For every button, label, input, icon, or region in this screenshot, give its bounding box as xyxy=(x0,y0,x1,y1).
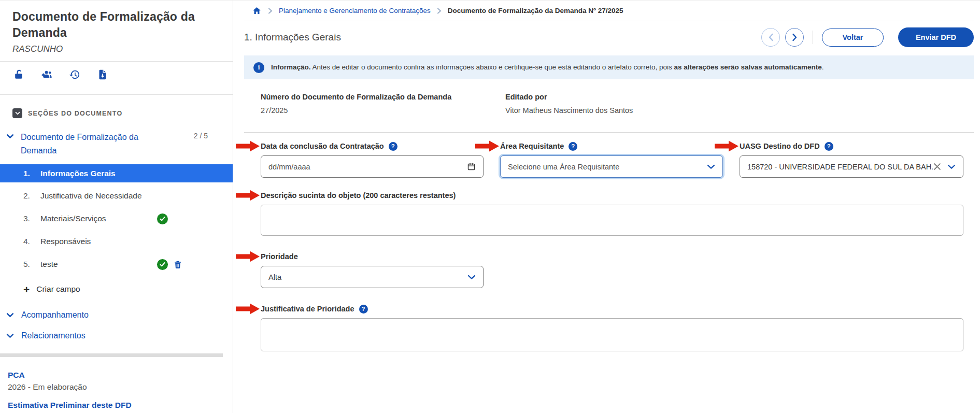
help-icon[interactable]: ? xyxy=(825,142,833,151)
history-icon[interactable] xyxy=(68,68,81,81)
description-label-row: Descrição sucinta do objeto (200 caracte… xyxy=(261,190,963,201)
vertical-divider xyxy=(813,31,813,44)
item-number: 3. xyxy=(23,214,40,223)
red-arrow-icon xyxy=(475,140,499,152)
breadcrumb-link-planejamento[interactable]: Planejamento e Gerenciamento de Contrata… xyxy=(279,7,431,15)
justification-textarea[interactable] xyxy=(261,318,963,351)
calendar-icon xyxy=(467,162,476,171)
home-icon[interactable] xyxy=(252,6,262,15)
tree-root-document[interactable]: Documento de Formalização da Demanda 2 /… xyxy=(0,131,233,157)
page-title: 1. Informações Gerais xyxy=(244,32,341,43)
red-arrow-icon xyxy=(236,303,260,315)
help-icon[interactable]: ? xyxy=(569,142,577,151)
chevron-down-icon xyxy=(6,134,14,139)
sidebar-item-teste[interactable]: 5. teste xyxy=(0,255,233,274)
trash-icon[interactable] xyxy=(172,258,184,270)
date-input[interactable]: dd/mm/aaaa xyxy=(261,155,484,178)
info-banner-body: Antes de editar o documento confira as i… xyxy=(313,63,672,71)
create-field-button[interactable]: + Criar campo xyxy=(0,280,80,298)
voltar-button[interactable]: Voltar xyxy=(822,29,884,47)
item-label: teste xyxy=(40,260,157,269)
users-gear-icon[interactable] xyxy=(40,68,53,81)
breadcrumb-current: Documento de Formalização da Demanda Nº … xyxy=(448,7,623,15)
plus-icon: + xyxy=(23,284,30,295)
main-content: Planejamento e Gerenciamento de Contrata… xyxy=(233,1,980,413)
priority-select[interactable]: Alta xyxy=(261,266,484,288)
date-placeholder: dd/mm/aaaa xyxy=(268,163,467,171)
chevron-down-icon xyxy=(707,164,715,169)
chevron-down-icon xyxy=(467,275,476,280)
prev-section-button[interactable] xyxy=(761,28,780,47)
unlock-icon[interactable] xyxy=(12,68,25,81)
help-icon[interactable]: ? xyxy=(359,305,368,314)
content-divider xyxy=(244,132,974,133)
sidebar-link-label: Relacionamentos xyxy=(21,331,86,340)
breadcrumb-separator-icon xyxy=(268,8,273,14)
date-field-label: Data da conclusão da Contratação xyxy=(261,142,384,150)
area-field-group: Área Requisitante ? Selecione uma Área R… xyxy=(500,141,723,178)
tree-root-label: Documento de Formalização da Demanda xyxy=(21,131,161,157)
red-arrow-icon xyxy=(236,250,260,263)
uasg-value: 158720 - UNIVERSIDADE FEDERAL DO SUL DA … xyxy=(747,163,933,171)
clear-icon[interactable] xyxy=(933,163,941,170)
file-download-icon[interactable] xyxy=(96,68,109,81)
item-label: Informações Gerais xyxy=(40,169,157,178)
enviar-dfd-button[interactable]: Enviar DFD xyxy=(898,27,974,47)
info-banner-period: . xyxy=(822,63,824,71)
info-banner-title: Informação. xyxy=(271,63,311,71)
item-label: Materiais/Serviços xyxy=(40,214,157,223)
next-section-button[interactable] xyxy=(785,28,804,47)
info-banner: i Informação. Antes de editar o document… xyxy=(244,55,974,79)
uasg-field-group: UASG Destino do DFD ? 158720 - UNIVERSID… xyxy=(740,141,963,178)
item-number: 5. xyxy=(23,260,40,269)
red-arrow-icon xyxy=(236,140,260,152)
justification-label-row: Justificativa de Prioridade ? xyxy=(261,304,963,314)
breadcrumb-separator-icon xyxy=(437,8,442,14)
area-requisitante-select[interactable]: Selecione uma Área Requisitante xyxy=(500,155,723,178)
pca-value: 2026 - Em elaboração xyxy=(8,382,220,392)
info-banner-bold: as alterações serão salvas automaticamen… xyxy=(674,63,821,71)
chevron-down-icon xyxy=(6,312,14,318)
sidebar-scrollbar[interactable] xyxy=(0,353,223,357)
sidebar-item-materiais-servicos[interactable]: 3. Materiais/Serviços xyxy=(0,209,233,228)
document-status-draft: RASCUNHO xyxy=(12,44,219,54)
area-placeholder: Selecione uma Área Requisitante xyxy=(508,163,707,171)
estimate-label: Estimativa Preliminar deste DFD xyxy=(8,401,220,410)
breadcrumb: Planejamento e Gerenciamento de Contrata… xyxy=(244,1,974,21)
help-icon[interactable]: ? xyxy=(389,142,397,151)
red-arrow-icon xyxy=(715,140,738,152)
tree-progress-counter: 2 / 5 xyxy=(194,132,208,140)
edited-by-value: Vitor Matheus Nascimento dos Santos xyxy=(505,106,633,115)
document-title: Documento de Formalização da Demanda xyxy=(12,9,219,41)
document-toolbar xyxy=(0,62,233,88)
sections-collapse-icon[interactable] xyxy=(12,108,22,118)
description-textarea[interactable] xyxy=(261,205,963,236)
informacoes-gerais-form: Data da conclusão da Contratação ? dd/mm… xyxy=(261,141,963,351)
pca-label: PCA xyxy=(8,371,220,380)
sections-header-label: SEÇÕES DO DOCUMENTO xyxy=(28,110,122,117)
area-field-label: Área Requisitante xyxy=(500,142,564,150)
sidebar-item-justificativa-necessidade[interactable]: 2. Justificativa de Necessidade xyxy=(0,187,233,205)
sidebar-item-informacoes-gerais[interactable]: 1. Informações Gerais xyxy=(0,164,233,182)
sidebar-item-acompanhamento[interactable]: Acompanhamento xyxy=(0,306,233,324)
doc-number-label: Número do Documento de Formalização da D… xyxy=(261,93,505,101)
sidebar-item-responsaveis[interactable]: 4. Responsáveis xyxy=(0,232,233,251)
sidebar-item-relacionamentos[interactable]: Relacionamentos xyxy=(0,326,233,345)
page-header: 1. Informações Gerais Voltar Enviar DFD xyxy=(244,26,974,49)
sidebar-footer: PCA 2026 - Em elaboração Estimativa Prel… xyxy=(0,357,233,413)
info-banner-text: Informação. Antes de editar o documento … xyxy=(271,63,823,73)
sections-header: SEÇÕES DO DOCUMENTO xyxy=(0,95,233,118)
edited-by-label: Editado por xyxy=(505,93,633,101)
red-arrow-icon xyxy=(236,189,260,202)
dfd-app-window: Documento de Formalização da Demanda RAS… xyxy=(0,0,980,413)
justification-field-label: Justificativa de Prioridade xyxy=(261,305,354,313)
uasg-combobox[interactable]: 158720 - UNIVERSIDADE FEDERAL DO SUL DA … xyxy=(740,155,963,178)
create-field-label: Criar campo xyxy=(36,284,80,294)
item-number: 2. xyxy=(23,191,40,201)
item-number: 1. xyxy=(23,169,40,178)
chevron-down-icon xyxy=(6,333,14,338)
doc-number-value: 27/2025 xyxy=(261,106,505,115)
priority-field-label: Prioridade xyxy=(261,252,298,261)
date-field-group: Data da conclusão da Contratação ? dd/mm… xyxy=(261,141,484,178)
uasg-field-label: UASG Destino do DFD xyxy=(740,142,820,150)
